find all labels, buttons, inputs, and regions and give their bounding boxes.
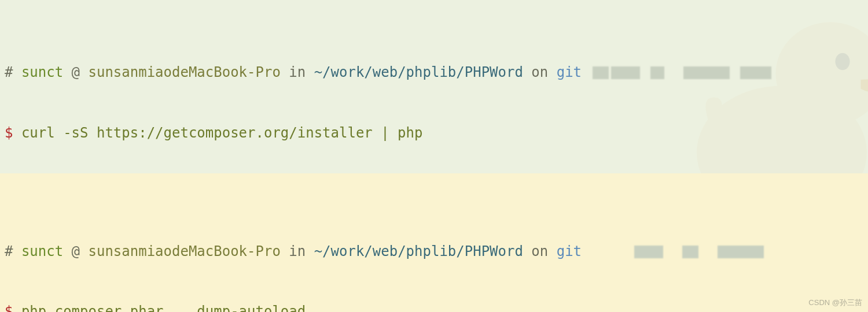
- prompt-user: sunct: [21, 64, 63, 80]
- pixelated-censored-icon: [593, 66, 609, 79]
- prompt-path: ~/work/web/phplib/PHPWord: [314, 243, 523, 259]
- terminal-block-1: # sunct @ sunsanmiaodeMacBook-Pro in ~/w…: [0, 0, 868, 173]
- prompt-on: on: [531, 64, 548, 80]
- pixelated-censored-icon: [740, 66, 771, 79]
- prompt-at: @: [72, 64, 80, 80]
- terminal-block-2: # sunct @ sunsanmiaodeMacBook-Pro in ~/w…: [0, 173, 868, 312]
- pixelated-censored-icon: [650, 66, 664, 79]
- pixelated-censored-icon: [634, 246, 663, 258]
- prompt-line-1: # sunct @ sunsanmiaodeMacBook-Pro in ~/w…: [5, 62, 863, 83]
- prompt-hash: #: [5, 64, 13, 80]
- prompt-git: git: [557, 64, 582, 80]
- background-duck-art: [648, 0, 868, 173]
- command-line-2: $ php composer.phar dump-autoload: [5, 302, 863, 312]
- prompt-dollar: $: [5, 303, 13, 312]
- pixelated-censored-icon: [611, 66, 640, 79]
- pixelated-censored-icon: [682, 246, 698, 258]
- prompt-at: @: [72, 243, 80, 259]
- prompt-in: in: [289, 243, 306, 259]
- command-text: curl -sS https://getcomposer.org/install…: [21, 125, 423, 141]
- pixelated-censored-icon: [683, 66, 730, 79]
- prompt-in: in: [289, 64, 306, 80]
- pixelated-censored-icon: [718, 246, 764, 258]
- prompt-git: git: [557, 243, 582, 259]
- prompt-host: sunsanmiaodeMacBook-Pro: [89, 64, 281, 80]
- prompt-host: sunsanmiaodeMacBook-Pro: [89, 243, 281, 259]
- prompt-on: on: [531, 243, 548, 259]
- prompt-user: sunct: [21, 243, 63, 259]
- command-line-1: $ curl -sS https://getcomposer.org/insta…: [5, 123, 863, 143]
- command-text: php composer.phar dump-autoload: [21, 303, 306, 312]
- prompt-path: ~/work/web/phplib/PHPWord: [314, 64, 523, 80]
- prompt-dollar: $: [5, 125, 13, 141]
- prompt-line-2: # sunct @ sunsanmiaodeMacBook-Pro in ~/w…: [5, 242, 863, 262]
- prompt-hash: #: [5, 243, 13, 259]
